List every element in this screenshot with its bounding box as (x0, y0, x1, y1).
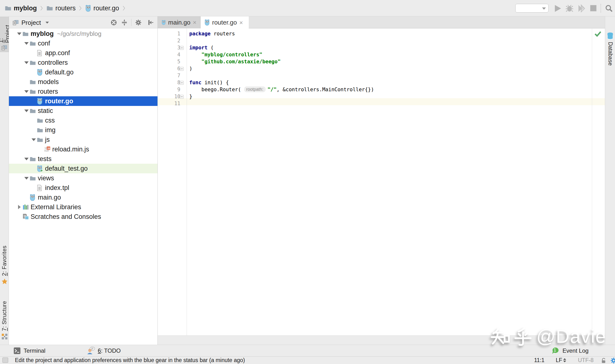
tree-item-tests[interactable]: tests (9, 154, 157, 164)
tree-item-default-test-go[interactable]: default_test.go (9, 164, 157, 173)
expand-arrow-icon[interactable] (24, 177, 29, 180)
tree-item-js[interactable]: js (9, 135, 157, 144)
expand-arrow-icon[interactable] (17, 32, 21, 35)
status-message: Edit the project and application prefere… (15, 357, 245, 364)
event-log-label: Event Log (563, 347, 589, 354)
go-file-icon (85, 5, 91, 12)
go-file-icon (30, 194, 35, 201)
right-tool-window-stripe: Database (605, 16, 615, 345)
tree-item-app-conf[interactable]: app.conf (9, 48, 157, 58)
tree-item-views[interactable]: views (9, 173, 157, 183)
expand-arrow-icon[interactable] (32, 138, 36, 141)
fold-region-start-icon[interactable] (180, 46, 184, 50)
fold-region-end-icon[interactable] (180, 95, 184, 99)
collapsed-arrow-icon[interactable] (18, 205, 21, 209)
expand-arrow-icon[interactable] (24, 158, 29, 160)
line-number: 7 (158, 72, 187, 79)
debug-button[interactable] (565, 4, 574, 13)
editor-tab-main-go[interactable]: main.go × (158, 16, 201, 28)
stop-button[interactable] (589, 4, 597, 12)
tree-item-controllers[interactable]: controllers (9, 58, 157, 67)
horizontal-scrollbar-track[interactable] (158, 335, 605, 345)
tool-window-button-todo[interactable]: 6: TODO (87, 345, 121, 357)
code-line: 4 "myblog/controllers" (158, 51, 605, 58)
breadcrumb-item-routers[interactable]: routers (55, 5, 76, 12)
tool-window-tab-database[interactable]: Database (605, 32, 615, 65)
go-file-icon (37, 98, 43, 105)
locate-file-button[interactable] (111, 19, 117, 26)
expand-arrow-icon[interactable] (24, 90, 29, 93)
fold-region-start-icon[interactable] (180, 81, 184, 85)
tool-window-tab-project[interactable]: 1: Project (0, 17, 9, 52)
run-configuration-select[interactable] (515, 4, 549, 13)
project-panel-title[interactable]: Project (21, 19, 41, 26)
close-tab-icon[interactable]: × (193, 19, 196, 26)
tree-item-conf[interactable]: conf (9, 39, 157, 48)
header-separator (131, 19, 131, 26)
js-file-icon (44, 146, 51, 153)
expand-arrow-icon[interactable] (24, 61, 29, 64)
expand-arrow-icon[interactable] (24, 110, 29, 112)
run-with-coverage-button[interactable] (577, 4, 586, 13)
structure-icon (1, 333, 8, 340)
breadcrumb-item-router-go[interactable]: router.go (93, 5, 119, 12)
folder-icon (37, 137, 43, 143)
tree-item-img[interactable]: img (9, 125, 157, 135)
folder-icon (22, 31, 29, 37)
tree-item-router-go-selected[interactable]: router.go (9, 96, 157, 106)
line-number: 4 (158, 51, 187, 58)
project-tree: myblog ~/go/src/myblog conf app.conf con… (9, 29, 157, 345)
editor-tab-router-go-active[interactable]: router.go × (201, 16, 249, 29)
lock-unlocked-icon[interactable] (601, 358, 607, 364)
line-ending-arrows-icon (563, 358, 566, 362)
database-icon (607, 32, 614, 39)
tree-item-external-libraries[interactable]: External Libraries (9, 202, 157, 212)
code-line: 2 (158, 37, 605, 44)
gear-settings-icon[interactable] (610, 357, 615, 364)
project-tool-window-icon (1, 45, 7, 50)
close-tab-icon[interactable]: × (239, 20, 243, 26)
line-ending-widget[interactable]: LF (556, 357, 566, 364)
tree-item-default-go[interactable]: default.go (9, 67, 157, 77)
folder-icon (30, 156, 36, 162)
settings-gear-button[interactable] (135, 19, 142, 26)
tree-item-models[interactable]: models (9, 77, 157, 87)
caret-position-widget[interactable]: 11:1 (534, 357, 544, 364)
template-file-icon (37, 185, 42, 191)
tree-item-myblog[interactable]: myblog ~/go/src/myblog (9, 29, 157, 39)
tree-item-routers[interactable]: routers (9, 87, 157, 96)
terminal-icon (13, 347, 21, 354)
encoding-widget[interactable]: UTF-8 (578, 357, 594, 364)
folder-icon (46, 5, 53, 11)
code-line: 7 (158, 72, 605, 79)
hide-panel-button[interactable] (148, 19, 154, 26)
tree-item-main-go[interactable]: main.go (9, 193, 157, 202)
line-number: 9 (158, 86, 187, 93)
tree-item-index-tpl[interactable]: index.tpl (9, 183, 157, 193)
collapse-all-button[interactable] (121, 19, 128, 26)
tree-item-scratches-and-consoles[interactable]: Scratches and Consoles (9, 212, 157, 221)
code-editor[interactable]: 1 package routers 2 3 import ( 4 "myblog… (158, 28, 605, 335)
run-button[interactable] (554, 4, 562, 13)
expand-arrow-icon[interactable] (24, 42, 29, 45)
breadcrumb-item-myblog[interactable]: myblog (14, 5, 37, 12)
tool-window-tab-structure[interactable]: 7: Structure (0, 301, 9, 344)
editor-tab-bar: main.go × router.go × (158, 16, 605, 28)
chevron-down-icon[interactable] (46, 22, 49, 24)
search-everywhere-icon[interactable] (605, 4, 613, 13)
project-path-hint: ~/go/src/myblog (57, 30, 101, 38)
code-line: 5 "github.com/astaxie/beego" (158, 58, 605, 65)
tool-window-quick-access-button[interactable] (2, 358, 8, 363)
code-line: 10 } (158, 93, 605, 100)
tree-item-reload-min-js[interactable]: reload.min.js (9, 144, 157, 154)
tree-item-static[interactable]: static (9, 106, 157, 116)
fold-region-end-icon[interactable] (180, 67, 184, 71)
folder-icon (30, 108, 36, 114)
tree-item-css[interactable]: css (9, 116, 157, 125)
event-log-button[interactable]: 1 Event Log (551, 345, 589, 357)
config-file-icon (37, 50, 42, 56)
tool-window-tab-favorites[interactable]: 2: Favorites (0, 246, 9, 292)
tool-window-tab-structure-label: 7: Structure (1, 301, 8, 331)
line-number: 2 (158, 37, 187, 44)
tool-window-button-terminal[interactable]: Terminal (13, 345, 46, 357)
